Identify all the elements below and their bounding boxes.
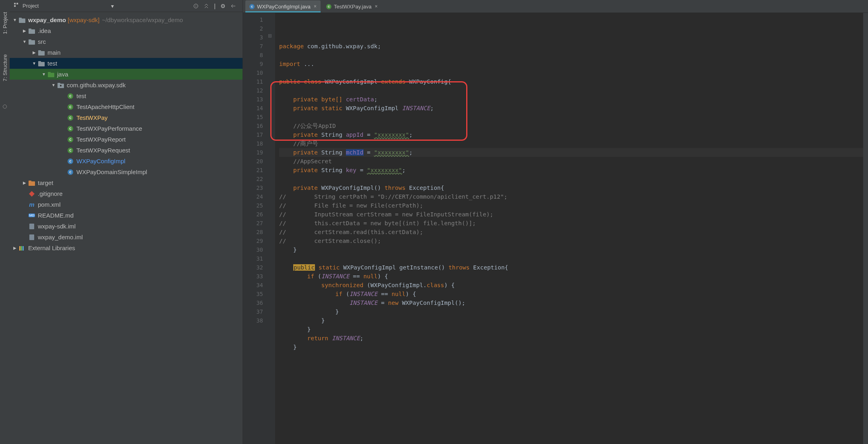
svg-rect-10 [29,39,31,41]
root-name: wxpay_demo [28,16,66,23]
tree-target[interactable]: ▶ target [10,177,243,188]
collapse-icon[interactable] [204,3,209,9]
side-status-icon [3,105,7,109]
iml-icon [28,234,35,240]
code-area[interactable]: package com.github.wxpay.sdk; import ...… [267,13,868,444]
tree-readme[interactable]: ·MDREADME.md [10,210,243,221]
gear-icon[interactable]: ⚙ [220,3,226,9]
project-panel: Project ▾ | ⚙ ▼ wxpay_demo [wxpay-sdk] ~… [10,0,243,444]
folder-icon [28,28,35,34]
java-class-icon: c [326,4,331,9]
tree-java[interactable]: ▼ java [10,69,243,80]
tree-ext-lib[interactable]: ▶ External Libraries [10,243,243,253]
git-icon [28,191,35,197]
editor-tabs: c WXPayConfigImpl.java × c TestWXPay.jav… [243,0,868,13]
locate-icon[interactable] [193,3,199,9]
svg-rect-14 [38,61,41,63]
divider-icon: | [214,3,216,9]
tree-pkg[interactable]: ▼ com.github.wxpay.sdk [10,80,243,90]
code-editor[interactable]: 1237891011121314151617181920212223242526… [243,13,868,444]
root-module: [wxpay-sdk] [68,16,99,23]
tree-file-testreq[interactable]: ·cTestWXPayRequest [10,145,243,156]
tree-main[interactable]: ▶ main [10,47,243,58]
svg-rect-18 [58,83,60,84]
svg-rect-22 [19,246,21,251]
tree-file-domain[interactable]: ·cWXPayDomainSimpleImpl [10,166,243,177]
tree-file-testwxpay[interactable]: ·cTestWXPay [10,112,243,123]
svg-rect-1 [16,3,18,4]
svg-rect-6 [19,18,22,19]
folder-icon [28,180,35,186]
java-class-icon: c [67,169,74,175]
java-class-icon: c [67,104,74,110]
svg-rect-0 [14,3,16,4]
project-tree[interactable]: ▼ wxpay_demo [wxpay-sdk] ~/dbyworkspace/… [10,12,243,444]
java-class-icon: c [67,136,74,143]
svg-rect-12 [38,50,41,52]
tool-project[interactable]: 1: Project [2,12,8,34]
tree-iml1[interactable]: ·wxpay-sdk.iml [10,221,243,232]
iml-icon [28,223,35,230]
java-class-icon: c [67,147,74,154]
tree-file-configimpl[interactable]: ·cWXPayConfigImpl [10,156,243,166]
project-title: Project [23,3,39,9]
package-icon [57,82,64,88]
folder-icon [38,60,45,67]
tree-src[interactable]: ▼ src [10,36,243,47]
java-class-icon: c [67,125,74,132]
svg-rect-16 [48,72,51,74]
java-class-icon: c [67,93,74,99]
maven-icon: m [28,201,35,208]
svg-rect-21 [29,181,31,182]
svg-rect-24 [23,246,24,251]
project-icon [14,2,19,9]
java-class-icon: c [67,158,74,164]
tab-wxpayconfigimpl[interactable]: c WXPayConfigImpl.java × [245,0,321,12]
tree-file-testperf[interactable]: ·cTestWXPayPerformance [10,123,243,134]
close-icon[interactable]: × [375,4,378,9]
project-dropdown-icon[interactable]: ▾ [111,3,114,9]
tree-gitignore[interactable]: ·.gitignore [10,188,243,199]
tree-file-test[interactable]: ·ctest [10,90,243,101]
svg-rect-23 [21,246,22,251]
svg-rect-8 [29,29,31,30]
line-gutter: 1237891011121314151617181920212223242526… [243,13,267,444]
markdown-icon: MD [28,212,35,219]
tab-testwxpay[interactable]: c TestWXPay.java × [322,0,382,12]
svg-rect-2 [14,5,16,7]
folder-icon [38,49,45,56]
tree-test[interactable]: ▼ test [10,58,243,69]
java-class-icon: c [249,4,255,9]
scrollbar[interactable] [863,13,868,444]
hide-panel-icon[interactable] [230,3,236,9]
tree-root[interactable]: ▼ wxpay_demo [wxpay-sdk] ~/dbyworkspace/… [10,14,243,25]
root-path: ~/dbyworkspace/wxpay_demo [102,16,183,23]
tree-file-testapache[interactable]: ·cTestApacheHttpClient [10,101,243,112]
tree-pom[interactable]: ·mpom.xml [10,199,243,210]
svg-point-4 [195,6,196,6]
tree-iml2[interactable]: ·wxpay_demo.iml [10,232,243,243]
libraries-icon [19,245,26,251]
folder-icon [47,71,55,78]
svg-point-19 [60,85,62,86]
folder-icon [28,39,35,45]
tree-idea[interactable]: ▶ .idea [10,25,243,36]
module-icon [19,17,26,23]
project-header: Project ▾ | ⚙ [10,0,243,12]
close-icon[interactable]: × [314,4,317,9]
tree-file-testreport[interactable]: ·cTestWXPayReport [10,134,243,145]
java-class-icon: c [67,115,74,121]
tool-structure[interactable]: 7: Structure [2,54,8,81]
